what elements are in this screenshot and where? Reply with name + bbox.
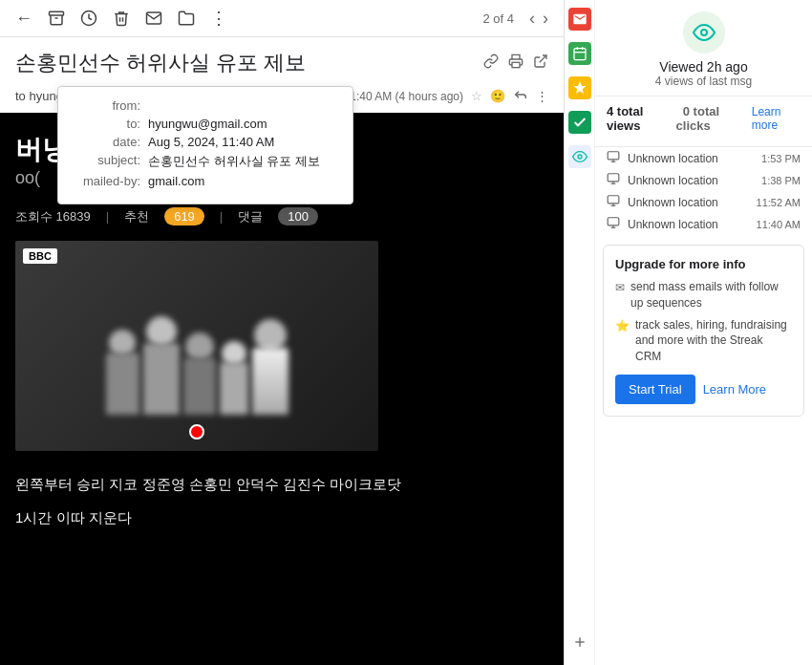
learn-more-button[interactable]: Learn More: [703, 382, 766, 397]
view-item-4-time: 11:40 AM: [757, 219, 801, 230]
people-group: [106, 316, 288, 415]
streak-tracker-icon[interactable]: [568, 145, 591, 168]
mailed-value: gmail.com: [148, 174, 204, 188]
tracker-avatar: [683, 11, 725, 54]
stats-bar: 조회수 16839 | 추천 619 | 댓글 100: [0, 200, 564, 233]
view-item-3-icon: [607, 194, 620, 210]
archive-button[interactable]: [48, 10, 65, 27]
view-item-1-icon: [607, 150, 620, 166]
learn-more-link[interactable]: Learn more: [752, 105, 801, 132]
feature-1-text: send mass emails with follow up sequence…: [630, 279, 792, 311]
prev-email-button[interactable]: ‹: [529, 9, 535, 29]
view-item-4-location: Unknown location: [628, 218, 749, 231]
upgrade-actions: Start Trial Learn More: [615, 375, 792, 404]
subject-value: 손홍민선수 허위사실 유포 제보: [148, 153, 320, 170]
svg-rect-22: [608, 218, 619, 225]
detail-mailed-row: mailed-by: gmail.com: [74, 174, 337, 188]
streak-gmail-icon[interactable]: [568, 8, 591, 31]
svg-marker-8: [573, 81, 586, 94]
reply-button[interactable]: [513, 87, 528, 105]
feature-1-icon: ✉: [615, 280, 625, 296]
separator1: |: [106, 209, 109, 224]
view-count-text: 조회수 16839: [15, 208, 91, 225]
email-timestamp: 11:40 AM (4 hours ago): [344, 90, 463, 103]
bbc-logo: BBC: [23, 248, 57, 264]
view-item-2-location: Unknown location: [628, 174, 754, 187]
link-icon[interactable]: [483, 54, 499, 73]
record-icon: [189, 424, 204, 440]
email-toolbar: ← ⋮ 2 of 4 ‹ ›: [0, 0, 564, 37]
view-item-3: Unknown location 11:52 AM: [595, 191, 812, 213]
nav-arrows: ‹ ›: [529, 9, 548, 29]
detail-to-row: to: hyungwu@gmail.com: [74, 117, 337, 131]
svg-rect-13: [608, 152, 619, 160]
move-button[interactable]: [178, 10, 195, 27]
star-button[interactable]: ☆: [471, 89, 482, 103]
tracker-header: Viewed 2h ago 4 views of last msg: [595, 0, 812, 97]
person3: [183, 332, 216, 415]
svg-point-12: [701, 30, 707, 35]
view-item-2: Unknown location 1:38 PM: [595, 169, 812, 191]
tracker-viewed-text: Viewed 2h ago: [659, 59, 747, 75]
email-main: ← ⋮ 2 of 4 ‹ › 손홍민선수 허위사실 유포 제보: [0, 0, 564, 665]
back-button[interactable]: ←: [15, 9, 32, 29]
to-value: hyungwu@gmail.com: [148, 117, 267, 131]
view-item-4: Unknown location 11:40 AM: [595, 213, 812, 235]
print-icon[interactable]: [508, 54, 524, 73]
caption1: 왼쪽부터 승리 지코 정준영 손홍민 안덕수 김진수 마이크로닷: [15, 474, 548, 496]
streak-tasks-icon[interactable]: [568, 111, 591, 134]
streak-calendar-icon[interactable]: [568, 42, 591, 65]
nav-count: 2 of 4: [482, 11, 514, 26]
view-items-list: Unknown location 1:53 PM Unknown locatio…: [595, 147, 812, 235]
more-actions-button[interactable]: ⋮: [210, 8, 227, 29]
person2: [143, 316, 180, 415]
separator2: |: [220, 209, 223, 224]
view-item-1-time: 1:53 PM: [761, 153, 801, 164]
streak-nav: [565, 0, 595, 665]
email-body-text: 왼쪽부터 승리 지코 정준영 손홍민 안덕수 김진수 마이크로닷 1시간 이따 …: [0, 459, 564, 555]
email-subject-row: 손홍민선수 허위사실 유포 제보: [0, 37, 564, 85]
sidebar-content: Viewed 2h ago 4 views of last msg 4 tota…: [595, 0, 812, 665]
view-item-1-location: Unknown location: [628, 152, 754, 165]
delete-button[interactable]: [113, 10, 130, 27]
mailed-label: mailed-by:: [74, 174, 140, 188]
tracker-views-text: 4 views of last msg: [655, 75, 752, 88]
mark-unread-button[interactable]: [145, 10, 162, 27]
view-item-1: Unknown location 1:53 PM: [595, 147, 812, 169]
person4: [220, 341, 248, 415]
start-trial-button[interactable]: Start Trial: [615, 375, 695, 404]
recommend-badge: 619: [164, 207, 204, 225]
next-email-button[interactable]: ›: [543, 9, 548, 29]
svg-rect-0: [50, 11, 64, 15]
view-item-2-time: 1:38 PM: [761, 175, 801, 186]
svg-rect-2: [512, 62, 520, 67]
svg-rect-19: [608, 196, 619, 204]
emoji-button[interactable]: 🙂: [490, 89, 505, 103]
sidebar: Viewed 2h ago 4 views of last msg 4 tota…: [564, 0, 812, 665]
streak-add-icon[interactable]: [568, 631, 591, 654]
email-image: BBC: [15, 241, 378, 451]
subject-icons: [483, 54, 548, 73]
svg-point-9: [578, 155, 582, 159]
view-item-3-time: 11:52 AM: [757, 197, 801, 208]
comment-badge: 100: [278, 207, 318, 225]
from-label: from:: [74, 98, 140, 113]
view-item-3-location: Unknown location: [628, 196, 749, 209]
upgrade-feature-2: ⭐ track sales, hiring, fundraising and m…: [615, 317, 792, 365]
snooze-button[interactable]: [80, 10, 97, 27]
comment-text: 댓글: [238, 208, 263, 225]
upgrade-feature-1: ✉ send mass emails with follow up sequen…: [615, 279, 792, 311]
expand-icon[interactable]: [533, 54, 548, 73]
streak-crm-icon[interactable]: [568, 76, 591, 99]
detail-from-row: from:: [74, 98, 337, 113]
more-email-actions-button[interactable]: ⋮: [536, 89, 548, 103]
svg-rect-16: [608, 174, 619, 182]
view-item-2-icon: [607, 172, 620, 188]
total-views-label: 4 total views: [607, 104, 669, 133]
views-stats: 4 total views 0 total clicks Learn more: [595, 97, 812, 147]
caption2: 1시간 이따 지운다: [15, 507, 548, 529]
feature-2-icon: ⭐: [615, 318, 630, 334]
detail-subject-row: subject: 손홍민선수 허위사실 유포 제보: [74, 153, 337, 170]
email-details-popup: from: to: hyungwu@gmail.com date: Aug 5,…: [57, 86, 353, 204]
svg-rect-4: [574, 49, 586, 60]
